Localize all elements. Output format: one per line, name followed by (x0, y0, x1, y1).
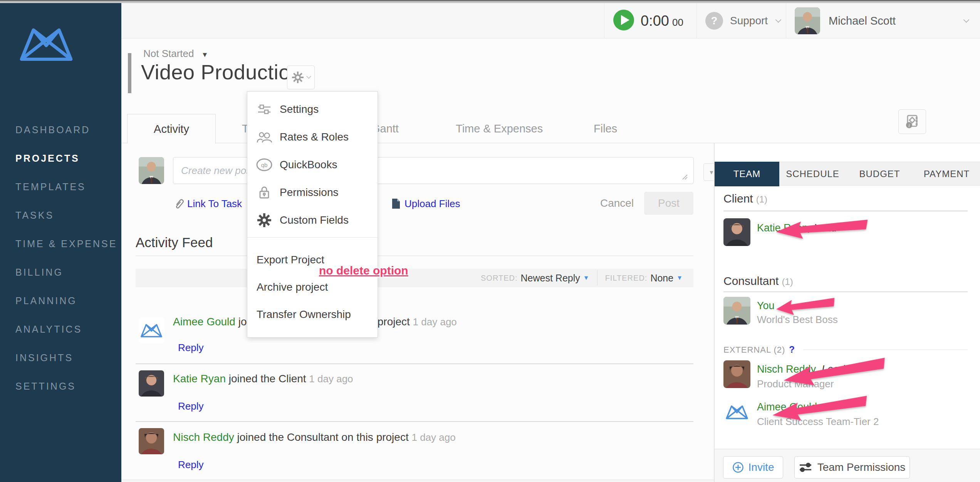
timer-widget[interactable]: 0:00 00 (604, 3, 696, 38)
triangle-down-icon[interactable]: ▼ (583, 274, 589, 281)
tab-activity[interactable]: Activity (127, 114, 216, 144)
avatar[interactable] (139, 370, 164, 397)
sidebar-item-label: TASKS (15, 210, 54, 221)
menu-item-archive-project[interactable]: Archive project (247, 273, 378, 301)
panel-footer: Invite Team Permissions (715, 449, 980, 482)
panel-tab-payment[interactable]: PAYMENT (913, 162, 980, 186)
svg-text:i: i (908, 123, 910, 128)
feed-item-user-link[interactable]: Nisch Reddy (173, 431, 234, 443)
project-info-button[interactable]: i (898, 109, 926, 134)
avatar[interactable] (723, 218, 750, 246)
project-status-dropdown[interactable]: Not Started ▼ (143, 48, 208, 60)
sidebar-item-planning[interactable]: PLANNING (0, 286, 121, 315)
consultant-count: (1) (782, 276, 793, 287)
lock-icon (256, 186, 273, 199)
filtered-label: FILTERED: (605, 274, 648, 283)
feed-item-time: 1 day ago (411, 432, 455, 443)
team-permissions-label: Team Permissions (817, 461, 906, 474)
invite-label: Invite (748, 461, 774, 474)
upload-files-button[interactable]: Upload Files (391, 198, 460, 210)
sidebar-item-billing[interactable]: BILLING (0, 258, 121, 286)
support-label: Support (730, 15, 768, 27)
chevron-down-icon (306, 74, 311, 79)
feed-item-text: Nisch Reddy joined the Consultant on thi… (173, 431, 456, 444)
project-settings-gear-button[interactable] (287, 65, 315, 89)
user-menu[interactable]: Michael Scott (786, 3, 980, 38)
cancel-button[interactable]: Cancel (600, 197, 634, 209)
menu-item-custom-fields[interactable]: Custom Fields (247, 206, 378, 234)
tab-files[interactable]: Files (594, 122, 617, 135)
avatar[interactable] (723, 360, 750, 388)
avatar[interactable] (139, 317, 164, 343)
sidebar-item-label: PROJECTS (15, 153, 80, 164)
support-menu[interactable]: ? Support (696, 3, 786, 38)
menu-item-settings[interactable]: Settings (247, 95, 378, 123)
menu-item-quickbooks[interactable]: qb QuickBooks (247, 151, 378, 179)
annotation-no-delete-option: no delete option (319, 264, 408, 277)
post-button[interactable]: Post (644, 192, 693, 215)
invite-button[interactable]: Invite (723, 456, 783, 479)
section-divider (723, 291, 968, 292)
feed-item-action: joined the Client (229, 373, 306, 385)
team-permissions-button[interactable]: Team Permissions (794, 456, 910, 479)
sidebar-item-label: ANALYTICS (15, 324, 82, 335)
question-circle-icon: ? (705, 12, 723, 30)
feed-item-time: 1 day ago (309, 373, 353, 385)
sidebar-item-label: SETTINGS (15, 381, 76, 392)
panel-tab-schedule[interactable]: SCHEDULE (779, 162, 846, 186)
sidebar-item-insights[interactable]: INSIGHTS (0, 343, 121, 372)
reply-link[interactable]: Reply (178, 400, 203, 412)
sidebar-item-label: PLANNING (15, 295, 77, 306)
sidebar-item-templates[interactable]: TEMPLATES (0, 172, 121, 201)
client-count: (1) (756, 194, 767, 204)
sidebar-item-tasks[interactable]: TASKS (0, 201, 121, 229)
avatar[interactable] (723, 398, 750, 426)
people-icon (256, 131, 273, 143)
sidebar-item-time-expense[interactable]: TIME & EXPENSE (0, 229, 121, 258)
timer-play-icon[interactable] (613, 9, 634, 32)
upload-files-label: Upload Files (404, 198, 460, 209)
filtered-value-dropdown[interactable]: None (650, 273, 673, 284)
sidebar: DASHBOARD PROJECTS TEMPLATES TASKS TIME … (0, 3, 121, 482)
avatar[interactable] (139, 428, 164, 454)
activity-feed-title: Activity Feed (136, 235, 213, 250)
section-divider (803, 350, 968, 350)
timer-seconds: 00 (672, 17, 683, 28)
sidebar-item-projects[interactable]: PROJECTS (0, 144, 121, 172)
sorted-value-dropdown[interactable]: Newest Reply (521, 273, 580, 284)
reply-link[interactable]: Reply (178, 342, 203, 354)
menu-item-label: Custom Fields (280, 214, 349, 226)
panel-tabs: TEAM SCHEDULE BUDGET PAYMENT (715, 162, 980, 186)
plus-circle-icon (732, 462, 744, 473)
reply-link[interactable]: Reply (178, 459, 203, 471)
section-divider (723, 211, 968, 211)
mavenlink-logo[interactable] (17, 25, 75, 64)
triangle-down-icon[interactable]: ▼ (676, 274, 683, 281)
sidebar-item-analytics[interactable]: ANALYTICS (0, 315, 121, 343)
menu-item-rates-roles[interactable]: Rates & Roles (247, 123, 378, 151)
team-panel: TEAM SCHEDULE BUDGET PAYMENT Client(1) K… (715, 143, 980, 482)
panel-tab-budget[interactable]: BUDGET (846, 162, 913, 186)
menu-item-permissions[interactable]: Permissions (247, 179, 378, 206)
panel-tab-team[interactable]: TEAM (715, 162, 779, 186)
paperclip-icon (174, 198, 184, 209)
sidebar-item-settings[interactable]: SETTINGS (0, 372, 121, 400)
external-help-link[interactable]: ? (789, 344, 795, 355)
member-name[interactable]: You (757, 300, 775, 312)
project-settings-menu: Settings Rates & Roles qb QuickBooks (247, 91, 378, 338)
gear-solid-icon (256, 213, 273, 227)
feed-item-user-link[interactable]: Aimee Gould (173, 316, 235, 328)
link-to-task-button[interactable]: Link To Task (174, 198, 242, 210)
chevron-down-icon (775, 17, 782, 23)
page-title: Video Production (141, 60, 302, 84)
menu-item-label: Permissions (280, 186, 338, 199)
avatar[interactable] (723, 297, 750, 325)
resize-handle[interactable] (681, 173, 688, 182)
tab-time-expenses[interactable]: Time & Expenses (456, 122, 543, 135)
feed-item-time: 1 day ago (413, 316, 457, 328)
sidebar-item-dashboard[interactable]: DASHBOARD (0, 115, 121, 144)
feed-item-user-link[interactable]: Katie Ryan (173, 373, 226, 385)
chevron-down-icon (963, 17, 970, 23)
divider (136, 256, 693, 256)
menu-item-transfer-ownership[interactable]: Transfer Ownership (247, 301, 378, 328)
